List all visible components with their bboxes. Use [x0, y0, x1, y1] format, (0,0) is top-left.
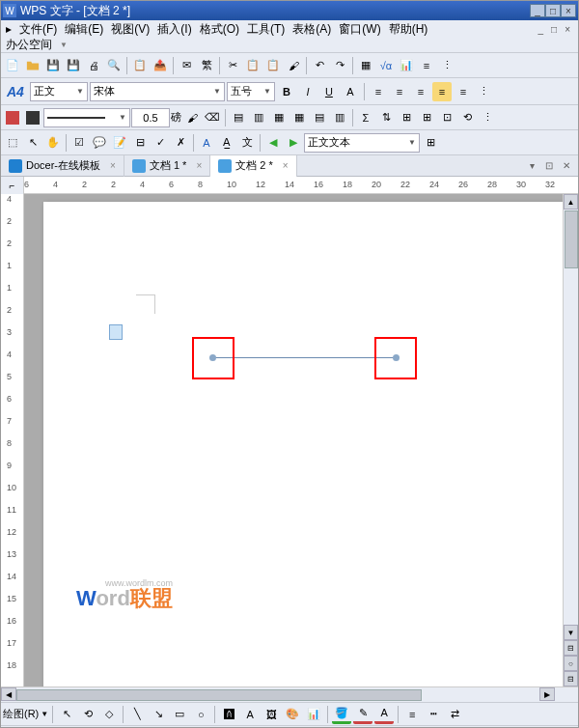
scroll-thumb[interactable] [565, 210, 578, 268]
tab-doc2[interactable]: 文档 2 * × [210, 155, 296, 177]
orient-button[interactable]: ⟲ [457, 108, 477, 127]
paste-button[interactable]: 📋 [263, 56, 283, 75]
more-table-button[interactable]: ⋮ [478, 108, 497, 127]
vertical-scrollbar[interactable]: ▲ ▼ ⊟ ○ ⊟ [563, 194, 578, 686]
paper[interactable]: www.wordlm.com Word联盟 [43, 202, 563, 686]
close-button[interactable]: × [561, 4, 576, 17]
insert-row-button[interactable]: ▤ [229, 108, 248, 127]
next-button[interactable]: ▶ [284, 133, 303, 153]
stylemore-button[interactable]: ⊞ [421, 133, 440, 153]
line-color1-button[interactable] [3, 108, 22, 127]
menu-tools[interactable]: 工具(T) [244, 20, 288, 39]
picture-tool[interactable]: 🖼 [262, 705, 281, 724]
workspace-arrow-icon[interactable]: ▼ [57, 40, 70, 50]
bold-button[interactable]: B [277, 82, 296, 101]
page-prev-button[interactable]: ⊟ [564, 640, 578, 656]
menu-format[interactable]: 格式(O) [197, 20, 242, 39]
style-dropdown[interactable]: 正文▼ [30, 82, 88, 101]
compare-button[interactable]: ⊟ [130, 133, 150, 153]
dist-row-button[interactable]: ⊞ [397, 108, 416, 127]
tab-close-icon[interactable]: × [196, 160, 202, 171]
doc-restore[interactable]: □ [548, 23, 560, 36]
split-button[interactable]: ▦ [290, 108, 309, 127]
shapes-tool[interactable]: ◇ [99, 705, 119, 724]
scroll-track[interactable] [564, 210, 578, 625]
chart-button[interactable]: 📊 [397, 56, 416, 75]
textdir-button[interactable]: 文 [237, 133, 257, 153]
select-button[interactable]: ⬚ [3, 133, 22, 153]
linecolor-tool[interactable]: ✎ [353, 705, 372, 724]
eraser-button[interactable]: ⌫ [203, 108, 222, 127]
more-align-button[interactable]: ⋮ [475, 82, 494, 101]
columns-button[interactable]: ≡ [417, 56, 436, 75]
horizontal-scrollbar[interactable]: ◀ ▶ [1, 686, 578, 702]
cut-button[interactable]: ✂ [223, 56, 242, 75]
italic-button[interactable]: I [298, 82, 317, 101]
dash-tool[interactable]: ┅ [424, 705, 443, 724]
lineweight-tool[interactable]: ≡ [402, 705, 422, 724]
menu-window[interactable]: 窗口(W) [336, 20, 383, 39]
rotate-tool[interactable]: ⟲ [78, 705, 97, 724]
tab-add-icon[interactable]: ✕ [559, 158, 574, 174]
open-button[interactable] [23, 56, 42, 75]
underline-button[interactable]: U [319, 82, 339, 101]
chart-tool[interactable]: 📊 [304, 705, 323, 724]
wordart-button[interactable]: A [197, 133, 216, 153]
doc-minimize[interactable]: _ [536, 23, 547, 36]
dist-col-button[interactable]: ⊞ [417, 108, 436, 127]
ruler-corner[interactable]: ⌐ [1, 177, 24, 194]
menu-table[interactable]: 表格(A) [290, 20, 334, 39]
table-button[interactable]: ▦ [356, 56, 375, 75]
menu-insert[interactable]: 插入(I) [154, 20, 194, 39]
scroll-left-button[interactable]: ◀ [1, 687, 16, 701]
font-dropdown[interactable]: 宋体▼ [90, 82, 225, 101]
oval-tool[interactable]: ○ [191, 705, 210, 724]
align-right-button[interactable]: ≡ [411, 82, 430, 101]
more-button[interactable]: ⋮ [437, 56, 456, 75]
dropcap-button[interactable]: A̲ [217, 133, 236, 153]
minimize-button[interactable]: _ [530, 4, 545, 17]
track-button[interactable]: 📝 [110, 133, 129, 153]
check-button[interactable]: ☑ [69, 133, 89, 153]
pointer-tool[interactable]: ↖ [57, 705, 76, 724]
horizontal-ruler[interactable]: 6422468101214161820222426283032 [24, 177, 578, 194]
restore-button[interactable]: □ [545, 4, 561, 17]
doc-close[interactable]: × [562, 23, 573, 36]
page-next-button[interactable]: ⊟ [564, 671, 578, 686]
arrow-tool[interactable]: ↘ [149, 705, 168, 724]
formula-button[interactable]: √α [376, 56, 396, 75]
insert-col-button[interactable]: ▥ [249, 108, 268, 127]
save-button[interactable]: 💾 [43, 56, 63, 75]
del-row-button[interactable]: ▤ [310, 108, 329, 127]
del-col-button[interactable]: ▥ [330, 108, 349, 127]
browse-button[interactable]: ○ [564, 656, 578, 671]
copy-button[interactable]: 📋 [243, 56, 262, 75]
font-grow-button[interactable]: A [341, 82, 360, 101]
fill-tool[interactable]: 🪣 [332, 705, 351, 724]
paint-button[interactable]: 🖌 [182, 108, 202, 127]
styletext-dropdown[interactable]: 正文文本▼ [304, 133, 420, 153]
menu-edit[interactable]: 编辑(E) [62, 20, 106, 39]
draw-menu[interactable]: 绘图(R) [3, 707, 39, 721]
line-color2-button[interactable] [23, 108, 42, 127]
scroll-up-button[interactable]: ▲ [564, 194, 578, 210]
export-button[interactable]: 📤 [151, 56, 170, 75]
tab-list-icon[interactable]: ▾ [524, 158, 539, 174]
chevron-down-icon[interactable]: ▼ [41, 710, 48, 718]
vertical-ruler[interactable]: 4221123456789101112131415161718 [1, 194, 24, 686]
traditional-button[interactable]: 繁 [197, 56, 216, 75]
comment-button[interactable]: 💬 [90, 133, 109, 153]
hscroll-track[interactable] [16, 687, 539, 702]
scroll-right-button[interactable]: ▶ [539, 687, 555, 701]
pointer-button[interactable]: ↖ [23, 133, 42, 153]
tab-close-icon[interactable]: × [110, 160, 116, 171]
textbox-tool[interactable]: 🅰 [219, 705, 238, 724]
accept-button[interactable]: ✓ [151, 133, 170, 153]
align-center-button[interactable]: ≡ [390, 82, 409, 101]
line-weight-input[interactable]: 0.5 [131, 108, 170, 127]
wordart-tool[interactable]: A [240, 705, 260, 724]
sum-button[interactable]: Σ [356, 108, 375, 127]
distribute-button[interactable]: ≡ [454, 82, 473, 101]
arrows-tool[interactable]: ⇄ [445, 705, 464, 724]
new-button[interactable]: 📄 [3, 56, 22, 75]
